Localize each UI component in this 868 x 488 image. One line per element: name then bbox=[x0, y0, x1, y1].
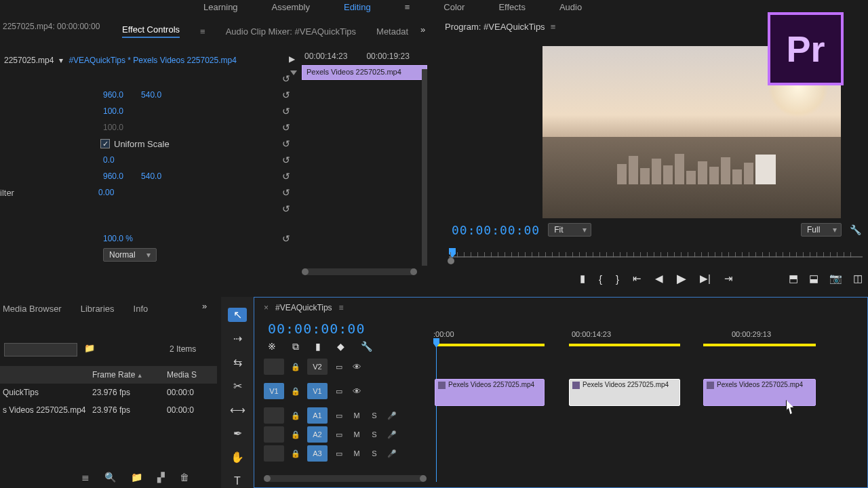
reset-icon[interactable]: ↺ bbox=[282, 233, 290, 244]
position-y[interactable]: 540.0 bbox=[141, 90, 161, 100]
timeline-clips-area[interactable]: Pexels Videos 2257025.mp4 Pexels Videos … bbox=[433, 379, 862, 407]
master-chevron-down-icon[interactable]: ▾ bbox=[59, 56, 63, 65]
tab-audio-clip-mixer[interactable]: Audio Clip Mixer: #VEAQuickTips bbox=[226, 26, 356, 37]
go-to-in-icon[interactable]: ⇤ bbox=[633, 272, 642, 285]
hand-tool-icon[interactable]: ✋ bbox=[228, 450, 247, 464]
voice-over-record-icon[interactable]: 🎤 bbox=[386, 430, 398, 439]
track-a1[interactable]: 🔒 A1 ▭ M S 🎤 bbox=[264, 406, 427, 425]
program-timecode[interactable]: 00:00:00:00 bbox=[452, 223, 540, 237]
timeline-clip[interactable]: Pexels Videos 2257025.mp4 bbox=[703, 379, 816, 406]
play-icon[interactable]: ▶ bbox=[677, 271, 686, 286]
timeline-clip-selected[interactable]: Pexels Videos 2257025.mp4 bbox=[569, 379, 680, 406]
ec-scrollbar[interactable] bbox=[422, 69, 427, 266]
a2-target[interactable]: A2 bbox=[307, 426, 328, 443]
reset-icon[interactable]: ↺ bbox=[282, 89, 290, 100]
solo-button[interactable]: S bbox=[368, 430, 380, 439]
go-to-out-icon[interactable]: ⇥ bbox=[724, 272, 733, 285]
rotation-value[interactable]: 0.0 bbox=[103, 155, 115, 165]
sync-lock-icon[interactable]: ▭ bbox=[333, 411, 345, 420]
selection-tool-icon[interactable]: ↖ bbox=[228, 308, 247, 322]
add-marker-icon[interactable]: ▮ bbox=[580, 272, 585, 285]
anchor-y[interactable]: 540.0 bbox=[141, 171, 161, 181]
ws-audio[interactable]: Audio bbox=[559, 2, 582, 12]
timeline-zoom-scroll[interactable] bbox=[264, 475, 427, 482]
reset-icon[interactable]: ↺ bbox=[282, 122, 290, 133]
uniform-scale-checkbox[interactable] bbox=[100, 139, 110, 148]
track-v2[interactable]: 🔒 V2 ▭ 👁 bbox=[264, 357, 427, 376]
voice-over-record-icon[interactable]: 🎤 bbox=[386, 449, 398, 458]
a1-target[interactable]: A1 bbox=[307, 407, 328, 424]
work-area-bar[interactable] bbox=[436, 344, 545, 346]
search-icon[interactable]: 🔍 bbox=[104, 472, 116, 483]
v1-source[interactable]: V1 bbox=[264, 383, 284, 399]
reset-icon[interactable]: ↺ bbox=[282, 203, 290, 214]
extract-icon[interactable]: ⬓ bbox=[809, 272, 818, 285]
eye-icon[interactable]: 👁 bbox=[351, 362, 363, 372]
v2-target[interactable]: V2 bbox=[307, 359, 328, 375]
linked-selection-icon[interactable]: ⧉ bbox=[292, 341, 299, 352]
track-select-tool-icon[interactable]: ⇢ bbox=[228, 331, 247, 346]
project-search-input[interactable] bbox=[4, 343, 77, 357]
step-forward-icon[interactable]: ▶| bbox=[700, 272, 711, 285]
project-overflow-icon[interactable]: » bbox=[202, 301, 207, 311]
delete-icon[interactable]: 🗑 bbox=[180, 472, 189, 483]
col-media-start[interactable]: Media S bbox=[167, 370, 217, 380]
timeline-ruler[interactable]: :00:00 00:00:14:23 00:00:29:13 bbox=[433, 330, 862, 348]
mute-button[interactable]: M bbox=[351, 449, 363, 458]
reset-icon[interactable]: ↺ bbox=[282, 73, 290, 84]
program-menu-icon[interactable]: ≡ bbox=[551, 22, 556, 32]
new-item-icon[interactable]: ▞ bbox=[157, 472, 165, 483]
zoom-fit-dropdown[interactable]: Fit bbox=[548, 223, 591, 237]
folder-icon[interactable]: 📁 bbox=[84, 343, 95, 353]
close-icon[interactable]: × bbox=[264, 303, 269, 312]
tab-info[interactable]: Info bbox=[134, 304, 149, 314]
type-tool-icon[interactable]: T bbox=[228, 474, 247, 488]
anti-flicker-value[interactable]: 0.00 bbox=[98, 188, 114, 197]
anchor-x[interactable]: 960.0 bbox=[103, 171, 123, 181]
col-frame-rate[interactable]: Frame Rate bbox=[92, 370, 167, 380]
ws-assembly[interactable]: Assembly bbox=[272, 2, 310, 12]
reset-icon[interactable]: ↺ bbox=[282, 187, 290, 198]
project-row[interactable]: QuickTips 23.976 fps 00:00:0 bbox=[0, 384, 217, 401]
sync-lock-icon[interactable]: ▭ bbox=[333, 387, 345, 396]
solo-button[interactable]: S bbox=[368, 449, 380, 458]
ws-learning[interactable]: Learning bbox=[203, 2, 238, 12]
export-frame-icon[interactable]: 📷 bbox=[829, 272, 842, 285]
tab-metadata[interactable]: Metadat bbox=[376, 26, 408, 37]
reset-icon[interactable]: ↺ bbox=[282, 106, 290, 117]
program-monitor-tab[interactable]: Program: #VEAQuickTips ≡ bbox=[445, 22, 555, 32]
ws-editing[interactable]: Editing bbox=[344, 2, 371, 12]
settings-wrench-icon[interactable]: 🔧 bbox=[850, 224, 861, 235]
ec-play-icon[interactable]: ▶ bbox=[289, 54, 295, 64]
list-view-icon[interactable]: ≣ bbox=[81, 472, 90, 483]
mark-in-icon[interactable]: { bbox=[599, 273, 602, 285]
panel-overflow-icon[interactable]: » bbox=[420, 24, 425, 35]
a3-target[interactable]: A3 bbox=[307, 445, 328, 462]
solo-button[interactable]: S bbox=[368, 411, 380, 420]
reset-icon[interactable]: ↺ bbox=[282, 171, 290, 182]
lock-icon[interactable]: 🔒 bbox=[290, 411, 302, 420]
mark-out-icon[interactable]: } bbox=[616, 273, 619, 285]
program-scrub-bar[interactable] bbox=[445, 245, 868, 262]
project-columns[interactable]: Frame Rate Media S bbox=[0, 366, 217, 384]
mute-button[interactable]: M bbox=[351, 430, 363, 439]
a2-source[interactable] bbox=[264, 426, 284, 443]
voice-over-record-icon[interactable]: 🎤 bbox=[386, 411, 398, 420]
tab-effect-controls[interactable]: Effect Controls bbox=[122, 24, 180, 38]
master-clip-row[interactable]: 2257025.mp4 ▾ #VEAQuickTips * Pexels Vid… bbox=[0, 53, 298, 68]
mute-button[interactable]: M bbox=[351, 411, 363, 420]
project-row[interactable]: s Videos 2257025.mp4 23.976 fps 00:00:0 bbox=[0, 401, 217, 419]
timeline-timecode[interactable]: 00:00:00:00 bbox=[268, 321, 365, 337]
slip-tool-icon[interactable]: ⟷ bbox=[228, 403, 247, 417]
timeline-sequence-tab[interactable]: × #VEAQuickTips ≡ bbox=[264, 303, 344, 312]
ec-zoom-scroll[interactable] bbox=[302, 268, 417, 275]
blend-mode-dropdown[interactable]: Normal bbox=[103, 248, 157, 262]
ripple-edit-tool-icon[interactable]: ⇆ bbox=[228, 355, 247, 369]
new-bin-icon[interactable]: 📁 bbox=[131, 472, 142, 483]
work-area-bar[interactable] bbox=[703, 344, 816, 346]
track-a2[interactable]: 🔒 A2 ▭ M S 🎤 bbox=[264, 425, 427, 444]
ws-color[interactable]: Color bbox=[443, 2, 465, 12]
comparison-view-icon[interactable]: ◫ bbox=[853, 272, 863, 285]
pen-tool-icon[interactable]: ✒ bbox=[228, 426, 247, 441]
razor-tool-icon[interactable]: ✂ bbox=[228, 379, 247, 393]
